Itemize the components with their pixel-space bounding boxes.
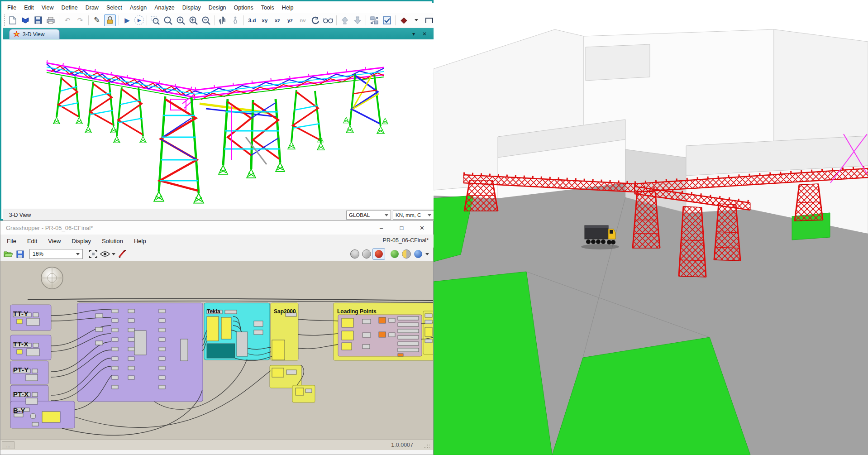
view-xz-button[interactable]: xz: [272, 15, 283, 26]
sap2000-tab-strip: 3-D View ▾ ✕: [3, 28, 434, 39]
select-check-icon[interactable]: [382, 15, 392, 26]
run-animation-icon[interactable]: ▶: [134, 15, 144, 25]
lock-icon[interactable]: [104, 14, 116, 26]
sap-model-icon: [13, 31, 20, 38]
group-tt-y[interactable]: [10, 305, 51, 330]
gh-menu-edit[interactable]: Edit: [27, 238, 37, 244]
menu-analyze[interactable]: Analyze: [154, 5, 174, 11]
undo-icon[interactable]: ↶: [62, 15, 73, 26]
gh-node-graph: [0, 261, 433, 440]
gh-preview-dropdown-icon[interactable]: [111, 249, 116, 259]
gh-menu-file[interactable]: File: [7, 238, 16, 244]
statusbar-view-label: 3-D View: [9, 212, 31, 218]
pan-hand-icon[interactable]: [217, 15, 228, 26]
tab-3d-view[interactable]: 3-D View: [9, 29, 60, 39]
grasshopper-canvas[interactable]: TT-Y TT-X PT-Y PT-X B-Y Tekla Sap2000 Lo…: [0, 261, 433, 440]
redo-icon[interactable]: ↷: [75, 15, 86, 26]
run-analysis-icon[interactable]: ▶: [122, 15, 133, 26]
restore-window-icon[interactable]: [424, 15, 434, 26]
truck: [581, 225, 619, 249]
walk-icon[interactable]: [230, 15, 241, 26]
group-label-loading-points: Loading Points: [337, 308, 377, 315]
save-icon[interactable]: [33, 15, 43, 26]
resize-windows-icon[interactable]: [369, 15, 380, 26]
menu-select[interactable]: Select: [106, 5, 122, 11]
gh-document-label: PR-05_06-CFinal*: [383, 237, 429, 244]
print-icon[interactable]: [45, 15, 56, 26]
perspective-glasses-icon[interactable]: [323, 15, 334, 26]
gh-open-icon[interactable]: [2, 249, 14, 259]
sap2000-menubar: File Edit View Define Draw Select Assign…: [3, 3, 438, 13]
section-designer-icon[interactable]: [398, 15, 409, 26]
tab-strip-close-icon[interactable]: ✕: [421, 30, 428, 38]
rotate-view-icon[interactable]: [310, 15, 321, 26]
gh-menu-view[interactable]: View: [48, 238, 61, 244]
gh-preview-half-icon[interactable]: [401, 249, 412, 259]
gh-menu-display[interactable]: Display: [72, 238, 91, 244]
gh-preview-shaded-icon[interactable]: [361, 249, 372, 259]
gh-preview-eye-icon[interactable]: [99, 249, 111, 259]
menu-view[interactable]: View: [42, 5, 54, 11]
view-nv-button[interactable]: nv: [297, 15, 308, 26]
sap2000-window: File Edit View Define Draw Select Assign…: [0, 0, 434, 220]
gh-overflow-button[interactable]: ...: [2, 441, 14, 449]
view-xy-button[interactable]: xy: [259, 15, 270, 26]
menu-file[interactable]: File: [7, 5, 16, 11]
group-label-b-y: B-Y: [13, 407, 25, 414]
minimize-button[interactable]: –: [371, 221, 391, 235]
close-button[interactable]: ✕: [412, 221, 432, 235]
group-label-pt-y: PT-Y: [13, 366, 29, 374]
zoom-full-icon[interactable]: [162, 15, 173, 26]
menu-display[interactable]: Display: [182, 5, 201, 11]
zoom-out-icon[interactable]: [200, 15, 211, 26]
gh-menu-help[interactable]: Help: [134, 238, 146, 244]
units-select[interactable]: KN, mm, C: [393, 211, 434, 220]
rhino-viewport[interactable]: [434, 0, 868, 455]
toolbar-grip[interactable]: [4, 14, 5, 26]
gh-focus-frame-icon[interactable]: [87, 249, 99, 259]
gh-preview-custom-icon[interactable]: [372, 248, 385, 260]
move-down-icon[interactable]: [352, 15, 363, 26]
gh-save-icon[interactable]: [14, 249, 26, 259]
sap2000-3d-viewport[interactable]: [3, 39, 434, 209]
menu-draw[interactable]: Draw: [86, 5, 99, 11]
coordinate-system-select[interactable]: GLOBAL: [346, 211, 391, 220]
open-file-icon[interactable]: [20, 15, 31, 26]
grasshopper-toolbar: 16%: [0, 247, 433, 261]
menu-design[interactable]: Design: [209, 5, 226, 11]
sap2000-statusbar: 3-D View GLOBAL KN, mm, C: [3, 209, 434, 221]
menu-define[interactable]: Define: [62, 5, 78, 11]
new-file-icon[interactable]: [7, 15, 18, 26]
zoom-window-icon[interactable]: [150, 15, 161, 26]
menu-edit[interactable]: Edit: [24, 5, 34, 11]
units-value: KN, mm, C: [396, 212, 421, 218]
group-label-tekla: Tekla: [207, 308, 220, 315]
menu-help[interactable]: Help: [282, 5, 294, 11]
zoom-in-icon[interactable]: [188, 15, 199, 26]
gh-menu-solution[interactable]: Solution: [102, 238, 123, 244]
gh-preview-wire-icon[interactable]: [349, 249, 361, 259]
draw-pencil-icon[interactable]: ✎: [91, 15, 102, 26]
gh-zoom-select[interactable]: 16%: [29, 249, 83, 259]
canvas-compass-widget[interactable]: [40, 266, 64, 290]
menu-options[interactable]: Options: [234, 5, 253, 11]
view-yz-button[interactable]: yz: [285, 15, 296, 26]
view-3d-button[interactable]: 3-d: [247, 15, 258, 26]
gh-preview-settings-dropdown-icon[interactable]: [424, 249, 430, 259]
menu-tools[interactable]: Tools: [261, 5, 274, 11]
menu-assign[interactable]: Assign: [130, 5, 147, 11]
zoom-previous-icon[interactable]: [175, 15, 186, 26]
maximize-button[interactable]: □: [391, 221, 412, 235]
gh-sketch-pen-icon[interactable]: [116, 249, 128, 259]
tab-strip-dropdown-icon[interactable]: ▾: [410, 30, 417, 38]
grasshopper-window: Grasshopper - PR-05_06-CFinal* – □ ✕ Fil…: [0, 220, 434, 455]
gh-document-preview-icon[interactable]: [412, 249, 424, 259]
grasshopper-titlebar[interactable]: Grasshopper - PR-05_06-CFinal* – □ ✕: [0, 221, 433, 235]
group-label-tt-y: TT-Y: [13, 310, 29, 317]
resize-grip[interactable]: [424, 443, 429, 448]
toolbar-dropdown-icon[interactable]: [411, 15, 422, 26]
desktop: File Edit View Define Draw Select Assign…: [0, 0, 868, 455]
gh-selected-only-icon[interactable]: [389, 249, 401, 259]
move-up-icon[interactable]: [339, 15, 350, 26]
grasshopper-menubar: File Edit View Display Solution Help: [0, 235, 439, 248]
